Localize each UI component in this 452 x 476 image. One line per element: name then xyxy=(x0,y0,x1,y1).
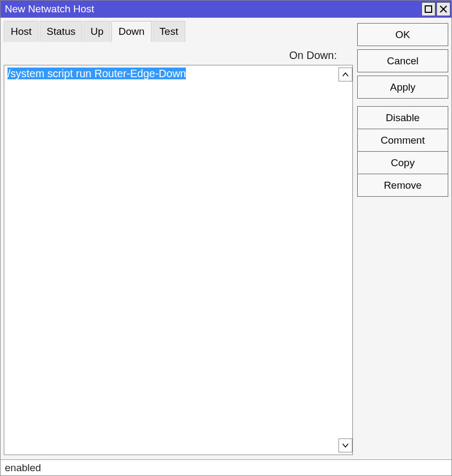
dialog-body: Host Status Up Down Test On Down: /syste… xyxy=(1,18,451,459)
editor-spin-column xyxy=(336,65,352,455)
script-text: /system script run Router-Edge-Down xyxy=(7,68,186,79)
disable-button[interactable]: Disable xyxy=(357,106,448,129)
copy-button[interactable]: Copy xyxy=(357,151,448,174)
tab-test[interactable]: Test xyxy=(153,21,185,42)
close-button[interactable] xyxy=(436,2,450,16)
window-title: New Netwatch Host xyxy=(5,3,421,15)
titlebar: New Netwatch Host xyxy=(1,1,451,18)
apply-button[interactable]: Apply xyxy=(357,76,448,99)
comment-button[interactable]: Comment xyxy=(357,129,448,152)
remove-button[interactable]: Remove xyxy=(357,174,448,197)
chevron-up-icon[interactable] xyxy=(338,68,352,81)
action-sidebar: OK Cancel Apply Disable Comment Copy Rem… xyxy=(357,21,448,459)
field-label-on-down: On Down: xyxy=(4,42,353,65)
script-editor[interactable]: /system script run Router-Edge-Down xyxy=(4,65,336,455)
cancel-button[interactable]: Cancel xyxy=(357,49,448,72)
status-bar: enabled xyxy=(1,459,451,475)
tab-down[interactable]: Down xyxy=(111,21,152,42)
status-text: enabled xyxy=(5,462,41,474)
ok-button[interactable]: OK xyxy=(357,23,448,46)
tab-host[interactable]: Host xyxy=(4,21,39,42)
svg-rect-0 xyxy=(425,6,432,12)
maximize-button[interactable] xyxy=(421,2,435,16)
tab-status[interactable]: Status xyxy=(40,21,82,42)
script-editor-container: /system script run Router-Edge-Down xyxy=(4,65,353,455)
main-column: Host Status Up Down Test On Down: /syste… xyxy=(4,21,353,459)
dialog-window: New Netwatch Host Host Status Up Down Te… xyxy=(0,0,452,476)
chevron-down-icon[interactable] xyxy=(338,438,352,452)
tab-bar: Host Status Up Down Test xyxy=(4,21,353,42)
tab-up[interactable]: Up xyxy=(84,21,110,42)
